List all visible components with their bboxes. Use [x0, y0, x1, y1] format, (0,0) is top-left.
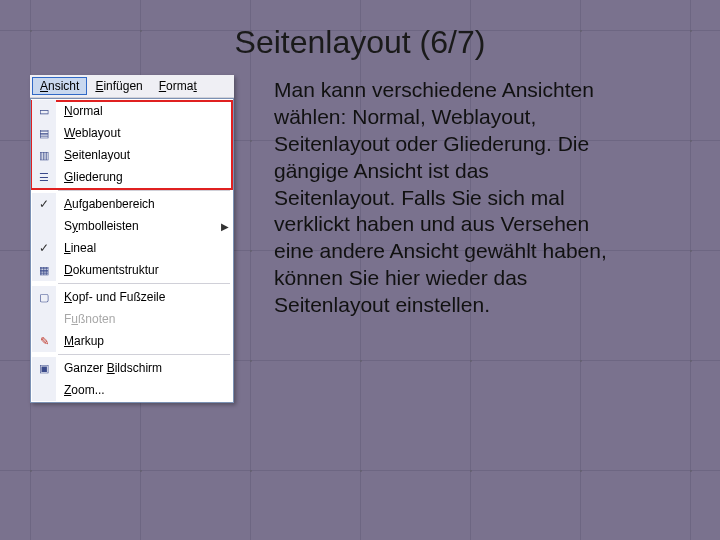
menu-item-kopf-fusszeile[interactable]: ▢ Kopf- und Fußzeile: [32, 286, 232, 308]
menu-item-label: Seitenlayout: [56, 148, 232, 162]
menu-item-label: Gliederung: [56, 170, 232, 184]
check-icon: [39, 241, 49, 255]
menu-item-label: Aufgabenbereich: [56, 197, 232, 211]
description-text: Man kann verschiedene Ansichten wählen: …: [274, 75, 614, 319]
menu-item-ganzer-bildschirm[interactable]: ▣ Ganzer Bildschirm: [32, 357, 232, 379]
print-layout-icon: ▥: [39, 150, 49, 161]
menu-item-label: Dokumentstruktur: [56, 263, 232, 277]
menu-item-seitenlayout[interactable]: ▥ Seitenlayout: [32, 144, 232, 166]
menu-item-label: Symbolleisten: [56, 219, 218, 233]
menu-item-dokumentstruktur[interactable]: ▦ Dokumentstruktur: [32, 259, 232, 281]
ansicht-dropdown: ▭ Normal ▤ Weblayout ▥ Seitenlayout ☰ Gl…: [30, 98, 234, 403]
menu-item-weblayout[interactable]: ▤ Weblayout: [32, 122, 232, 144]
menu-item-markup[interactable]: ✎ Markup: [32, 330, 232, 352]
header-footer-icon: ▢: [39, 292, 49, 303]
menu-item-label: Zoom...: [56, 383, 232, 397]
menu-item-aufgabenbereich[interactable]: Aufgabenbereich: [32, 193, 232, 215]
document-map-icon: ▦: [39, 265, 49, 276]
menu-item-label: Lineal: [56, 241, 232, 255]
menu-item-fussnoten[interactable]: Fußnoten: [32, 308, 232, 330]
fullscreen-icon: ▣: [39, 363, 49, 374]
menu-item-label: Kopf- und Fußzeile: [56, 290, 232, 304]
normal-view-icon: ▭: [39, 106, 49, 117]
submenu-arrow-icon: ▶: [218, 221, 232, 232]
menu-item-label: Ganzer Bildschirm: [56, 361, 232, 375]
menu-separator: [58, 354, 230, 355]
menu-item-label: Markup: [56, 334, 232, 348]
menu-separator: [58, 190, 230, 191]
markup-icon: ✎: [40, 336, 49, 347]
page-title: Seitenlayout (6/7): [0, 0, 720, 61]
menubar: Ansicht Einfügen Format: [30, 75, 234, 98]
menu-item-lineal[interactable]: Lineal: [32, 237, 232, 259]
menubar-item-ansicht[interactable]: Ansicht: [32, 77, 87, 95]
menu-item-normal[interactable]: ▭ Normal: [32, 100, 232, 122]
menu-item-zoom[interactable]: Zoom...: [32, 379, 232, 401]
menu-screenshot: Ansicht Einfügen Format ▭ Normal ▤ Webla…: [30, 75, 234, 403]
web-layout-icon: ▤: [39, 128, 49, 139]
menubar-item-einfuegen[interactable]: Einfügen: [87, 77, 150, 95]
menu-item-label: Weblayout: [56, 126, 232, 140]
menu-item-label: Fußnoten: [56, 312, 232, 326]
menubar-item-format[interactable]: Format: [151, 77, 205, 95]
menu-separator: [58, 283, 230, 284]
menu-item-label: Normal: [56, 104, 232, 118]
menu-item-symbolleisten[interactable]: Symbolleisten ▶: [32, 215, 232, 237]
menu-item-gliederung[interactable]: ☰ Gliederung: [32, 166, 232, 188]
outline-view-icon: ☰: [39, 172, 49, 183]
check-icon: [39, 197, 49, 211]
